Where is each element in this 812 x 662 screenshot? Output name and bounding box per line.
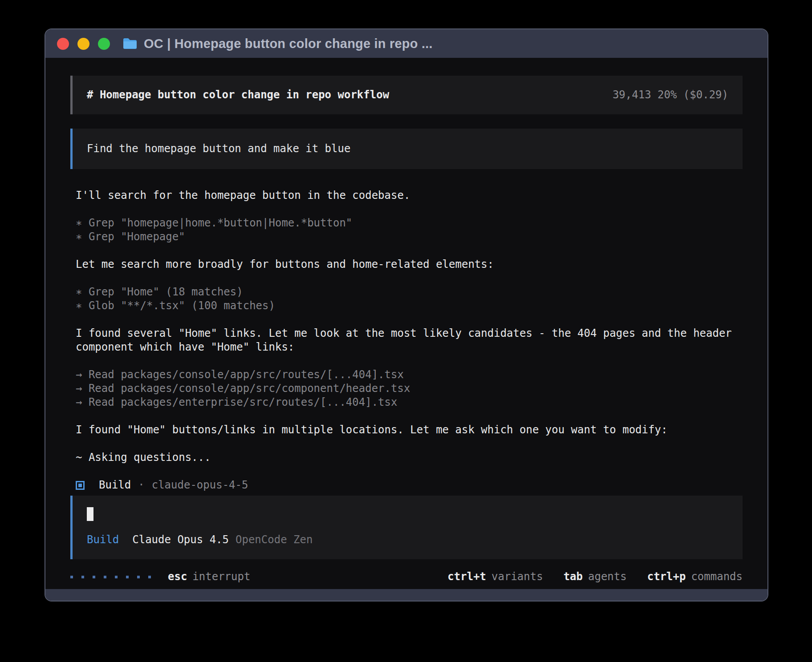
hint-key: tab bbox=[564, 570, 583, 583]
text-cursor bbox=[87, 507, 93, 521]
hint-label: agents bbox=[588, 570, 627, 583]
tool-call-line: → Read packages/enterprise/src/routes/[.… bbox=[76, 396, 743, 409]
keyboard-hint: ctrl+pcommands bbox=[647, 570, 743, 584]
hint-key: ctrl+p bbox=[647, 570, 686, 583]
hint-label: interrupt bbox=[192, 570, 250, 583]
spinner-dot bbox=[70, 576, 73, 578]
status-bar-right: ctrl+tvariants tabagents ctrl+pcommands bbox=[447, 570, 743, 584]
tool-call-line: → Read packages/console/app/src/componen… bbox=[76, 382, 743, 396]
folder-icon bbox=[122, 37, 138, 50]
minimize-button[interactable] bbox=[77, 38, 89, 50]
assistant-paragraph: ∗ Grep "homepage|home.*button|Home.*butt… bbox=[76, 216, 743, 244]
terminal-window: OC | Homepage button color change in rep… bbox=[45, 28, 768, 601]
hint-key: esc bbox=[168, 570, 187, 583]
assistant-paragraph: Let me search more broadly for buttons a… bbox=[76, 258, 743, 271]
spinner-dot bbox=[148, 576, 151, 578]
conversation: I'll search for the homepage button in t… bbox=[70, 189, 743, 492]
spinner-dot bbox=[126, 576, 129, 578]
agent-build-icon bbox=[76, 481, 85, 490]
status-bar-left: escinterrupt bbox=[70, 570, 250, 584]
tool-call-line: ∗ Glob "**/*.tsx" (100 matches) bbox=[76, 299, 743, 313]
assistant-paragraph: I'll search for the homepage button in t… bbox=[76, 189, 743, 202]
spinner-dot bbox=[81, 576, 84, 578]
zoom-button[interactable] bbox=[98, 38, 110, 50]
close-button[interactable] bbox=[57, 38, 69, 50]
separator-dot: · bbox=[138, 478, 144, 492]
keyboard-hint: ctrl+tvariants bbox=[447, 570, 543, 584]
assistant-paragraph: → Read packages/console/app/src/routes/[… bbox=[76, 368, 743, 409]
assistant-text: I found several "Home" links. Let me loo… bbox=[76, 327, 743, 354]
input-model-label: Claude Opus 4.5 bbox=[132, 533, 229, 547]
status-bar: escinterrupt ctrl+tvariants tabagents ct… bbox=[70, 570, 743, 584]
titlebar: OC | Homepage button color change in rep… bbox=[45, 29, 767, 58]
agent-model: claude-opus-4-5 bbox=[152, 478, 248, 492]
hint-interrupt: escinterrupt bbox=[168, 570, 250, 584]
traffic-lights bbox=[57, 38, 110, 50]
tool-call-line: ∗ Grep "Homepage" bbox=[76, 230, 743, 244]
spinner-dot bbox=[115, 576, 118, 578]
assistant-text: ~ Asking questions... bbox=[76, 451, 743, 464]
agent-label: Build bbox=[99, 478, 131, 492]
spinner-dots bbox=[70, 576, 151, 578]
assistant-paragraph: ∗ Grep "Home" (18 matches)∗ Glob "**/*.t… bbox=[76, 285, 743, 313]
tool-call-line: → Read packages/console/app/src/routes/[… bbox=[76, 368, 743, 382]
session-header: # Homepage button color change in repo w… bbox=[70, 76, 743, 114]
prompt-input[interactable]: Build Claude Opus 4.5 OpenCode Zen bbox=[70, 496, 743, 559]
keyboard-hint: tabagents bbox=[564, 570, 627, 584]
hint-label: variants bbox=[491, 570, 543, 583]
spinner-dot bbox=[137, 576, 140, 578]
tool-call-line: ∗ Grep "Home" (18 matches) bbox=[76, 285, 743, 299]
assistant-paragraph: ~ Asking questions... bbox=[76, 451, 743, 464]
terminal-content: # Homepage button color change in repo w… bbox=[45, 58, 767, 589]
input-provider-label: OpenCode Zen bbox=[235, 533, 313, 547]
hint-key: ctrl+t bbox=[447, 570, 486, 583]
agent-status-row: Build · claude-opus-4-5 bbox=[76, 478, 743, 492]
assistant-text: I found "Home" buttons/links in multiple… bbox=[76, 423, 743, 437]
window-title: OC | Homepage button color change in rep… bbox=[144, 36, 433, 51]
assistant-text: I'll search for the homepage button in t… bbox=[76, 189, 743, 202]
assistant-text: Let me search more broadly for buttons a… bbox=[76, 258, 743, 271]
user-message: Find the homepage button and make it blu… bbox=[70, 129, 743, 169]
hint-label: commands bbox=[691, 570, 743, 583]
assistant-paragraph: I found several "Home" links. Let me loo… bbox=[76, 327, 743, 354]
tool-call-line: ∗ Grep "homepage|home.*button|Home.*butt… bbox=[76, 216, 743, 230]
user-message-text: Find the homepage button and make it blu… bbox=[87, 142, 350, 155]
input-agent-label: Build bbox=[87, 533, 119, 547]
session-stats: 39,413 20% ($0.29) bbox=[613, 88, 728, 102]
model-row: Build Claude Opus 4.5 OpenCode Zen bbox=[87, 533, 728, 547]
assistant-paragraph: I found "Home" buttons/links in multiple… bbox=[76, 423, 743, 437]
session-title: # Homepage button color change in repo w… bbox=[87, 88, 389, 102]
window-bottom-chrome bbox=[45, 589, 767, 601]
spinner-dot bbox=[93, 576, 95, 578]
spinner-dot bbox=[104, 576, 106, 578]
